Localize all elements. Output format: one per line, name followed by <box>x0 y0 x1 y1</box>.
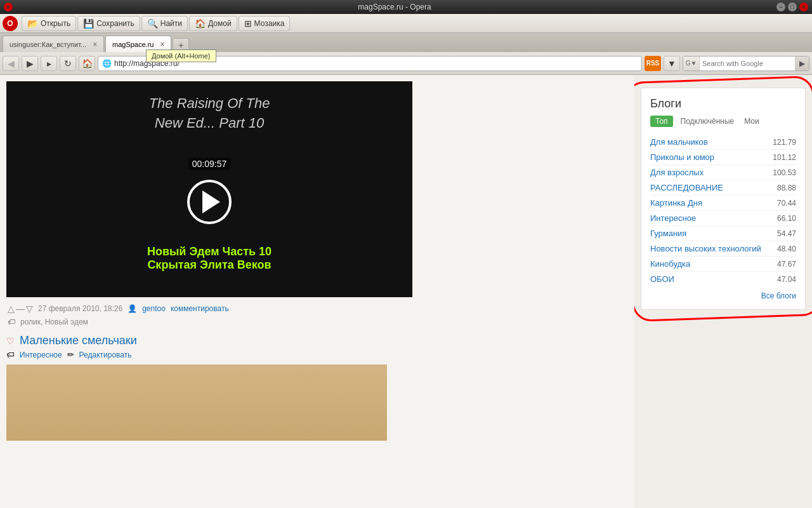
down-icon[interactable]: ▽ <box>26 304 33 314</box>
blog-name-5[interactable]: Интересное <box>650 213 696 223</box>
post1-comment-link[interactable]: комментировать <box>171 304 229 313</box>
mosaic-label: Мозаика <box>254 19 285 28</box>
vote-icons: △ — ▽ <box>8 304 33 314</box>
search-input[interactable] <box>700 60 795 67</box>
post1-tags-row: 🏷 ролик, Новый эдем <box>6 318 628 326</box>
home-icon: 🏠 <box>195 18 206 29</box>
save-button[interactable]: 💾 Сохранить <box>77 16 140 31</box>
search-go-button[interactable]: ▶ <box>795 57 809 70</box>
search-engine-button[interactable]: G▼ <box>683 57 700 70</box>
home-label: Домой <box>208 19 232 28</box>
mosaic-icon: ⊞ <box>244 18 252 29</box>
blog-score-8: 47.67 <box>777 260 796 269</box>
home-button[interactable]: 🏠 Домой <box>189 16 237 31</box>
blog-score-2: 100.53 <box>773 168 796 177</box>
up-icon[interactable]: △ <box>8 304 15 314</box>
blog-row: Новости высоких технологий 48.40 <box>650 241 796 257</box>
opera-logo[interactable]: O <box>3 16 18 31</box>
right-sidebar: Блоги Топ Подключённые Мои Для мальчиков… <box>634 75 812 508</box>
tab-close-icon[interactable]: × <box>93 40 97 49</box>
blogs-tab-top[interactable]: Топ <box>650 116 673 127</box>
blog-row: Приколы и юмор 101.12 <box>650 150 796 165</box>
edit-icon: ✏ <box>67 350 74 359</box>
tag-icon: 🏷 <box>6 350 15 359</box>
person-icon: 👤 <box>128 304 137 313</box>
blog-row: РАССЛЕДОВАНИЕ 88.88 <box>650 180 796 196</box>
blog-name-6[interactable]: Гурмания <box>650 229 686 238</box>
blog-row: Кинобудка 47.67 <box>650 257 796 272</box>
blog-row: Гурмания 54.47 <box>650 226 796 241</box>
back-button[interactable]: ◀ <box>3 56 19 71</box>
rss-arrow[interactable]: ▼ <box>664 56 680 71</box>
forward-button[interactable]: ▶ <box>22 56 38 71</box>
close-button[interactable]: × <box>4 3 13 11</box>
blog-score-6: 54.47 <box>777 229 796 238</box>
video-title-bottom: Новый Эдем Часть 10 Скрытая Элита Веков <box>6 245 412 272</box>
blogs-tab-connected[interactable]: Подключённые <box>678 116 737 127</box>
post2-tags-row: 🏷 Интересное ✏ Редактировать <box>6 350 628 359</box>
blog-name-7[interactable]: Новости высоких технологий <box>650 244 761 253</box>
main-content: The Raising Of TheNew Ed... Part 10 00:0… <box>0 75 812 508</box>
blogs-tabs: Топ Подключённые Мои <box>650 116 796 127</box>
blog-name-8[interactable]: Кинобудка <box>650 259 690 269</box>
find-icon: 🔍 <box>147 18 158 29</box>
left-content: The Raising Of TheNew Ed... Part 10 00:0… <box>0 75 634 508</box>
window-title: magSpace.ru - Opera <box>13 3 776 11</box>
tab-label: usinguser:Как_вступит... <box>10 41 86 48</box>
blog-score-5: 66.10 <box>777 214 796 223</box>
post1-tags: ролик, Новый эдем <box>20 318 88 326</box>
video-bottom-line2: Скрытая Элита Веков <box>6 258 412 272</box>
post2-title[interactable]: Маленькие смельчаки <box>20 334 137 347</box>
blog-name-0[interactable]: Для мальчиков <box>650 137 708 147</box>
maximize-button[interactable]: □ <box>788 3 797 11</box>
tab-close-active-icon[interactable]: × <box>160 40 164 49</box>
window-close-button[interactable]: × <box>799 3 808 11</box>
video-container[interactable]: The Raising Of TheNew Ed... Part 10 00:0… <box>6 81 412 297</box>
tab-usinguser[interactable]: usinguser:Как_вступит... × <box>3 36 104 52</box>
blogs-widget: Блоги Топ Подключённые Мои Для мальчиков… <box>641 88 806 310</box>
find-button[interactable]: 🔍 Найти <box>141 16 188 31</box>
tooltip-text: Домой (Alt+Home) <box>152 52 211 60</box>
mosaic-button[interactable]: ⊞ Мозаика <box>239 16 291 31</box>
blog-name-1[interactable]: Приколы и юмор <box>650 152 714 162</box>
post1-author[interactable]: gentoo <box>142 304 166 313</box>
video-title-top: The Raising Of TheNew Ed... Part 10 <box>6 94 412 133</box>
blog-row: Интересное 66.10 <box>650 211 796 226</box>
heart-icon: ♡ <box>6 336 15 346</box>
post2-edit-link[interactable]: Редактировать <box>79 351 132 359</box>
blog-row: Для мальчиков 121.79 <box>650 135 796 150</box>
blogs-tab-my[interactable]: Мои <box>742 116 762 127</box>
blog-name-4[interactable]: Картинка Дня <box>650 198 702 208</box>
menu-bar: O 📂 Открыть 💾 Сохранить 🔍 Найти 🏠 Домой … <box>0 14 812 33</box>
forward-more-button[interactable]: ▸ <box>41 56 57 71</box>
find-label: Найти <box>160 19 182 28</box>
search-box[interactable]: G▼ ▶ <box>683 56 809 71</box>
address-icon: 🌐 <box>102 59 112 68</box>
all-blogs-link[interactable]: Все блоги <box>650 291 796 300</box>
tab-bar: usinguser:Как_вступит... × magSpace.ru ×… <box>0 33 812 52</box>
post1-date: 27 февраля 2010, 18:26 <box>38 304 122 313</box>
post2-image <box>6 364 387 441</box>
blog-name-3[interactable]: РАССЛЕДОВАНИЕ <box>650 183 723 192</box>
open-button[interactable]: 📂 Открыть <box>22 16 76 31</box>
minimize-button[interactable]: − <box>776 3 785 11</box>
video-timer: 00:09:57 <box>188 157 231 170</box>
open-icon: 📂 <box>27 18 38 29</box>
post2: ♡ Маленькие смельчаки 🏷 Интересное ✏ Ред… <box>6 334 628 441</box>
open-label: Открыть <box>41 19 70 28</box>
blog-score-4: 70.44 <box>777 199 796 208</box>
tab-label-active: magSpace.ru <box>112 41 154 48</box>
blog-name-2[interactable]: Для взрослых <box>650 168 704 177</box>
blog-row: ОБОИ 47.04 <box>650 272 796 286</box>
play-button[interactable] <box>187 180 232 224</box>
blogs-tab-my-label: Мои <box>744 117 759 126</box>
blog-name-9[interactable]: ОБОИ <box>650 274 674 284</box>
reload-button[interactable]: ↻ <box>60 56 76 71</box>
blog-row: Для взрослых 100.53 <box>650 165 796 180</box>
blog-score-0: 121.79 <box>773 138 796 147</box>
blog-row: Картинка Дня 70.44 <box>650 196 796 211</box>
home-nav-button[interactable]: 🏠 <box>79 56 95 71</box>
video-bottom-line1: Новый Эдем Часть 10 <box>6 245 412 258</box>
post2-tag[interactable]: Интересное <box>20 351 62 359</box>
rss-button[interactable]: RSS <box>645 56 661 71</box>
